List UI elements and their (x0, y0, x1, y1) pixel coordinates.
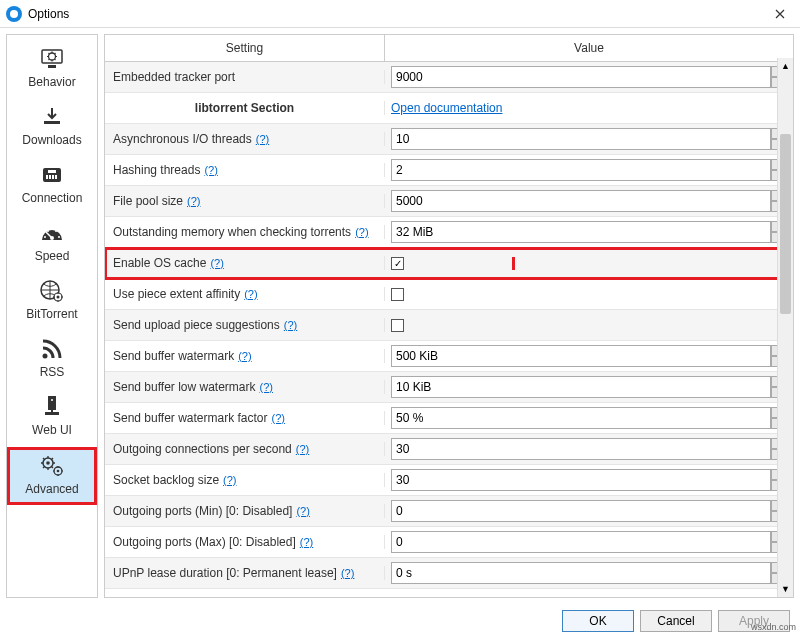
doc-link[interactable]: Open documentation (391, 101, 502, 115)
sidebar-item-bittorrent[interactable]: BitTorrent (7, 273, 97, 329)
svg-rect-5 (46, 175, 48, 179)
sidebar-item-speed[interactable]: Speed (7, 215, 97, 271)
help-link[interactable]: (?) (284, 319, 297, 331)
pool-input[interactable] (391, 190, 771, 212)
upnp-input[interactable] (391, 562, 771, 584)
scroll-thumb[interactable] (780, 134, 791, 314)
row-extent: Use piece extent affinity (?) (105, 279, 793, 310)
svg-point-12 (47, 230, 49, 232)
label-portsmin: Outgoing ports (Min) [0: Disabled] (?) (105, 504, 385, 518)
row-tracker-port: Embedded tracker port▲▼ (105, 62, 793, 93)
window-title: Options (28, 7, 69, 21)
help-link[interactable]: (?) (187, 195, 200, 207)
wmarklow-input[interactable] (391, 376, 771, 398)
tracker_port-input[interactable] (391, 66, 771, 88)
svg-rect-21 (45, 412, 59, 415)
svg-point-18 (43, 354, 48, 359)
row-hash: Hashing threads (?) ▲▼ (105, 155, 793, 186)
scroll-track[interactable] (778, 74, 793, 581)
help-link[interactable]: (?) (256, 133, 269, 145)
svg-point-24 (46, 461, 50, 465)
label-upnp: UPnP lease duration [0: Permanent lease]… (105, 566, 385, 580)
outconn-input[interactable] (391, 438, 771, 460)
label-portsmax: Outgoing ports (Max) [0: Disabled] (?) (105, 535, 385, 549)
oscache-checkbox[interactable] (391, 257, 404, 270)
label-section: libtorrent Section (105, 101, 385, 115)
row-sugg: Send upload piece suggestions (?) (105, 310, 793, 341)
row-wmarklow: Send buffer low watermark (?) ▲▼ (105, 372, 793, 403)
row-wmark: Send buffer watermark (?) ▲▼ (105, 341, 793, 372)
scrollbar[interactable]: ▲ ▼ (777, 58, 793, 597)
help-link[interactable]: (?) (238, 350, 251, 362)
wmarkf-input[interactable] (391, 407, 771, 429)
row-backlog: Socket backlog size (?) ▲▼ (105, 465, 793, 496)
aio-input[interactable] (391, 128, 771, 150)
help-link[interactable]: (?) (223, 474, 236, 486)
close-button[interactable] (760, 0, 800, 28)
sidebar-item-rss[interactable]: RSS (7, 331, 97, 387)
help-link[interactable]: (?) (260, 381, 273, 393)
help-link[interactable]: (?) (296, 505, 309, 517)
svg-rect-22 (51, 410, 53, 412)
svg-point-26 (57, 470, 60, 473)
svg-point-13 (55, 230, 57, 232)
scroll-down[interactable]: ▼ (778, 581, 793, 597)
scroll-up[interactable]: ▲ (778, 58, 793, 74)
svg-point-20 (51, 399, 53, 401)
svg-rect-8 (55, 175, 57, 179)
help-link[interactable]: (?) (296, 443, 309, 455)
label-pool: File pool size (?) (105, 194, 385, 208)
svg-rect-9 (48, 170, 56, 173)
table-header: Setting Value (105, 35, 793, 62)
server-icon (38, 393, 66, 421)
portsmin-input[interactable] (391, 500, 771, 522)
hash-input[interactable] (391, 159, 771, 181)
rss-icon (38, 335, 66, 363)
label-tracker-port: Embedded tracker port (105, 70, 385, 84)
sidebar-item-webui[interactable]: Web UI (7, 389, 97, 445)
gauge-icon (38, 219, 66, 247)
label-oscache: Enable OS cache (?) (105, 256, 385, 270)
mem-input[interactable] (391, 221, 771, 243)
label-wmarkf: Send buffer watermark factor (?) (105, 411, 385, 425)
ethernet-icon (38, 161, 66, 189)
col-value: Value (385, 35, 793, 61)
sugg-checkbox[interactable] (391, 319, 404, 332)
help-link[interactable]: (?) (210, 257, 223, 269)
label-hash: Hashing threads (?) (105, 163, 385, 177)
backlog-input[interactable] (391, 469, 771, 491)
sidebar: Behavior Downloads Connection Speed BitT… (6, 34, 98, 598)
svg-rect-6 (49, 175, 51, 179)
ok-button[interactable]: OK (562, 610, 634, 632)
help-link[interactable]: (?) (244, 288, 257, 300)
sidebar-item-downloads[interactable]: Downloads (7, 99, 97, 155)
label-wmark: Send buffer watermark (?) (105, 349, 385, 363)
svg-rect-19 (48, 396, 56, 410)
sidebar-item-behavior[interactable]: Behavior (7, 41, 97, 97)
help-link[interactable]: (?) (272, 412, 285, 424)
download-icon (38, 103, 66, 131)
sidebar-item-advanced[interactable]: Advanced (7, 447, 97, 505)
watermark: wsxdn.com (751, 622, 796, 632)
svg-point-14 (58, 236, 60, 238)
svg-rect-7 (52, 175, 54, 179)
svg-point-17 (57, 296, 60, 299)
help-link[interactable]: (?) (355, 226, 368, 238)
extent-checkbox[interactable] (391, 288, 404, 301)
help-link[interactable]: (?) (341, 567, 354, 579)
row-aio: Asynchronous I/O threads (?) ▲▼ (105, 124, 793, 155)
wmark-input[interactable] (391, 345, 771, 367)
settings-table: Setting Value Embedded tracker port▲▼lib… (104, 34, 794, 598)
help-link[interactable]: (?) (300, 536, 313, 548)
portsmax-input[interactable] (391, 531, 771, 553)
help-link[interactable]: (?) (204, 164, 217, 176)
cancel-button[interactable]: Cancel (640, 610, 712, 632)
label-aio: Asynchronous I/O threads (?) (105, 132, 385, 146)
svg-point-11 (44, 236, 46, 238)
row-section: libtorrent SectionOpen documentation (105, 93, 793, 124)
sidebar-item-connection[interactable]: Connection (7, 157, 97, 213)
label-extent: Use piece extent affinity (?) (105, 287, 385, 301)
label-backlog: Socket backlog size (?) (105, 473, 385, 487)
row-pool: File pool size (?) ▲▼ (105, 186, 793, 217)
label-mem: Outstanding memory when checking torrent… (105, 225, 385, 239)
